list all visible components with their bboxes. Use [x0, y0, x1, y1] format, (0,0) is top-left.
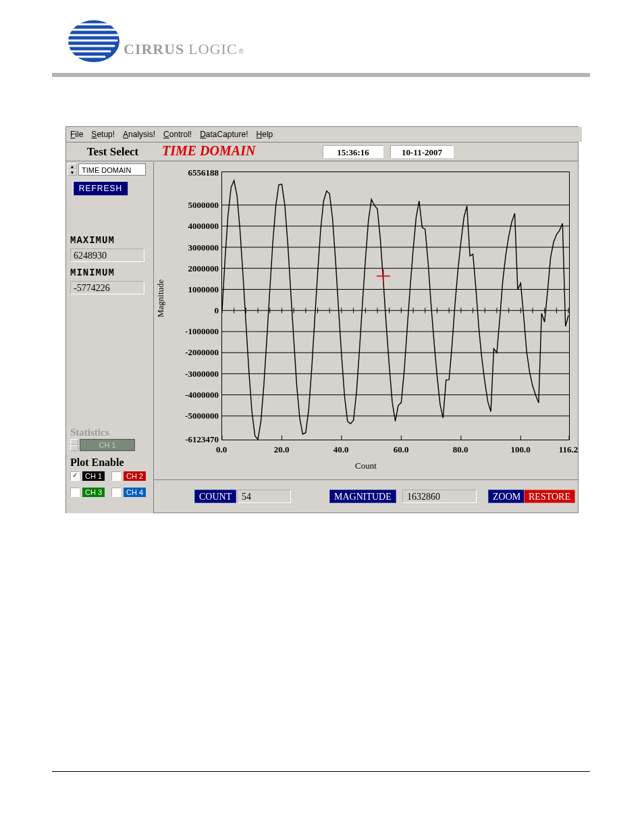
- ytick-12: -6123470: [158, 434, 219, 445]
- ytick-3: 3000000: [158, 242, 219, 253]
- ch3-badge: CH 3: [82, 488, 105, 497]
- plot-xlabel: Count: [154, 461, 578, 471]
- top-divider: [52, 73, 590, 77]
- plot-canvas[interactable]: [221, 172, 570, 440]
- ytick-5: 1000000: [158, 284, 219, 295]
- ch4-checkbox[interactable]: [111, 488, 121, 497]
- sidebar: ▲ ▼ TIME DOMAIN REFRESH MAXIMUM 6248930 …: [66, 162, 154, 513]
- test-select-spinner: ▲ ▼ TIME DOMAIN: [68, 163, 146, 176]
- brand-logo: CIRRUS LOGIC ®: [52, 20, 244, 62]
- brand-word-2: LOGIC: [188, 41, 237, 58]
- test-select-down-button[interactable]: ▼: [68, 170, 77, 176]
- maximum-field[interactable]: 6248930: [70, 249, 144, 262]
- xtick-4: 80.0: [447, 444, 474, 455]
- bottom-strip: COUNT 54 MAGNITUDE 1632860 ZOOM RESTORE: [154, 479, 578, 513]
- statistics-channel-spinner: CH 1: [70, 439, 135, 451]
- ytick-1: 5000000: [158, 200, 219, 211]
- ch2-badge: CH 2: [124, 471, 146, 481]
- ytick-7: -1000000: [158, 326, 219, 337]
- mode-title: TIME DOMAIN: [162, 143, 255, 159]
- count-field[interactable]: 54: [237, 490, 291, 503]
- header-strip: Test Select TIME DOMAIN 15:36:16 10-11-2…: [66, 143, 578, 161]
- ch4-badge: CH 4: [124, 488, 146, 497]
- brand-word-1: CIRRUS: [124, 41, 184, 58]
- ytick-2: 4000000: [158, 221, 219, 232]
- restore-button[interactable]: RESTORE: [524, 490, 575, 503]
- ytick-10: -4000000: [158, 390, 219, 400]
- statistics-label: Statistics: [70, 427, 109, 438]
- ytick-11: -5000000: [158, 411, 219, 421]
- analysis-window: File Setup! Analysis! Control! DataCaptu…: [65, 126, 579, 513]
- minimum-field[interactable]: -5774226: [70, 281, 144, 294]
- stats-channel-badge[interactable]: CH 1: [80, 439, 135, 451]
- count-label: COUNT: [194, 490, 236, 503]
- menu-control[interactable]: Control!: [163, 130, 192, 139]
- ch3-checkbox[interactable]: [70, 488, 80, 497]
- ch2-checkbox[interactable]: [111, 471, 121, 481]
- plot-enable-label: Plot Enable: [70, 457, 124, 469]
- ytick-6: 0: [158, 305, 219, 316]
- xtick-6: 116.2: [555, 444, 582, 455]
- refresh-button[interactable]: REFRESH: [73, 181, 128, 196]
- plot-area: Magnitude Count 6556188 5000000 4000000 …: [154, 162, 578, 479]
- ytick-4: 2000000: [158, 263, 219, 274]
- menu-analysis[interactable]: Analysis!: [123, 130, 155, 139]
- date-display: 10-11-2007: [390, 145, 454, 158]
- zoom-button[interactable]: ZOOM: [488, 490, 525, 503]
- xtick-0: 0.0: [208, 444, 235, 455]
- menu-file[interactable]: File: [70, 130, 83, 139]
- xtick-3: 60.0: [387, 444, 414, 455]
- test-select-up-button[interactable]: ▲: [68, 163, 77, 170]
- menu-help[interactable]: Help: [257, 130, 273, 139]
- time-display: 15:36:16: [323, 145, 383, 158]
- bottom-divider: [52, 771, 590, 772]
- test-select-label: Test Select: [73, 145, 153, 159]
- plot-svg: [222, 172, 569, 440]
- stats-channel-down-button[interactable]: [70, 445, 78, 451]
- ytick-9: -3000000: [158, 369, 219, 380]
- magnitude-label: MAGNITUDE: [329, 490, 396, 503]
- ytick-8: -2000000: [158, 347, 219, 358]
- menu-setup[interactable]: Setup!: [91, 130, 115, 139]
- menu-datacapture[interactable]: DataCapture!: [200, 130, 248, 139]
- ytick-0: 6556188: [158, 167, 219, 178]
- xtick-5: 100.0: [507, 444, 534, 455]
- stats-channel-up-button[interactable]: [70, 439, 78, 445]
- ch1-badge: CH 1: [82, 471, 105, 481]
- test-select-field[interactable]: TIME DOMAIN: [78, 163, 146, 176]
- xtick-2: 40.0: [327, 444, 354, 455]
- brand-reg-icon: ®: [239, 48, 244, 55]
- menu-bar: File Setup! Analysis! Control! DataCaptu…: [66, 127, 582, 142]
- minimum-label: MINIMUM: [70, 267, 115, 278]
- brand-swoosh-icon: [52, 20, 119, 62]
- ch1-checkbox[interactable]: ✓: [70, 471, 80, 481]
- xtick-1: 20.0: [268, 444, 295, 455]
- magnitude-field[interactable]: 1632860: [402, 490, 477, 503]
- maximum-label: MAXIMUM: [70, 235, 115, 246]
